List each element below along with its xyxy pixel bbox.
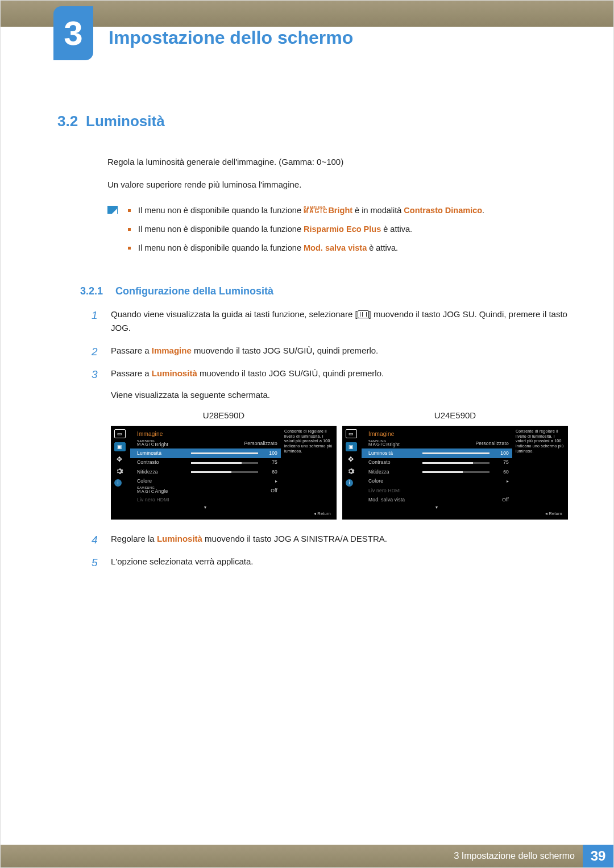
magic-label: SAMSUNGMAGIC [368,440,387,447]
osd-row: Nitidezza60 [130,467,281,477]
osd-screenshot: Immagine ▭ ▣ ✥ i SAMSUNGMAGICBright [111,426,337,520]
osd-menu: SAMSUNGMAGICBright Personalizzato Lumino… [130,439,281,505]
magic-label: SAMSUNGMAGIC [137,440,155,447]
footer-bar: 3 Impostazione dello schermo 39 [1,845,613,867]
note-text: è attiva. [367,243,398,252]
note-item: Il menu non è disponibile quando la funz… [128,223,484,236]
osd-screenshot: Immagine ▭ ▣ ✥ i SAMSUNGMAGICBright [342,426,568,520]
note-term: Risparmio Eco Plus [304,225,381,234]
intro-p1: Regola la luminosità generale dell'immag… [107,155,568,169]
step-item: Passare a Immagine muovendo il tasto JOG… [92,344,568,358]
chapter-title: Impostazione dello schermo [109,23,353,52]
osd-row: Colore▸ [130,477,281,487]
model-label: U28E590D [111,409,337,422]
note-term: Contrasto Dinamico [404,206,482,215]
step-text: Quando viene visualizzata la guida ai ta… [111,309,358,319]
monitor-icon: ▭ [114,429,126,438]
step-term: Luminosità [157,534,202,543]
bright-word: Bright [328,206,352,215]
menu-icon [358,310,369,318]
section-heading: 3.2Luminosità [57,110,568,134]
step-item: L'opzione selezionata verrà applicata. [92,555,568,568]
arrows-icon: ✥ [114,455,125,463]
step-text: Passare a [111,346,152,355]
step-term: Luminosità [152,368,197,378]
osd-menu: SAMSUNGMAGICBright Personalizzato Lumino… [362,439,512,505]
magic-label: SAMSUNGMAGIC [137,487,155,493]
osd-row-selected: Luminosità100 [362,448,512,458]
note-item: Il menu non è disponibile quando la funz… [128,204,484,217]
note-text: è attiva. [381,225,412,234]
section-title: Luminosità [86,113,165,130]
notes-list: Il menu non è disponibile quando la funz… [128,204,484,261]
gear-icon [346,467,356,475]
step-item: Regolare la Luminosità muovendo il tasto… [92,532,568,546]
monitor-icon: ▭ [346,429,357,438]
osd-row: Colore▸ [362,477,512,487]
osd-row: SAMSUNGMAGICBright Personalizzato [362,439,512,449]
footer-text: 3 Impostazione dello schermo [454,849,575,863]
content-area: 3.2Luminosità Regola la luminosità gener… [57,110,568,578]
samsung-magic-label: SAMSUNGMAGIC [304,206,328,214]
magic-word: MAGIC [304,209,328,214]
osd-hint: Consente di regolare il livello di lumin… [284,429,333,454]
steps-list: Quando viene visualizzata la guida ai ta… [92,308,568,568]
screenshot-area: U28E590D U24E590D Immagine ▭ ▣ ✥ i [111,409,568,520]
osd-value: Personalizzato [475,440,509,448]
step-text: muovendo il tasto JOG A SINISTRA/A DESTR… [202,534,387,543]
step-text: L'opzione selezionata verrà applicata. [111,556,254,566]
subsection-heading: 3.2.1Configurazione della Luminosità [80,283,568,300]
section-number: 3.2 [57,110,86,134]
step-extra: Viene visualizzata la seguente schermata… [111,388,568,402]
note-text: Il menu non è disponibile quando la funz… [138,225,304,234]
chevron-right-icon: ▸ [275,478,277,485]
gear-icon [114,467,125,475]
note-text: Il menu non è disponibile quando la funz… [138,243,304,252]
step-text: muovendo il tasto JOG SU/GIÙ, quindi pre… [192,346,378,355]
chevron-right-icon: ▸ [507,478,509,485]
osd-return: ◂ Return [545,510,562,517]
osd-row: Nitidezza60 [362,467,512,477]
subsection-number: 3.2.1 [80,283,115,300]
note-text: Il menu non è disponibile quando la funz… [138,206,304,215]
note-block: Il menu non è disponibile quando la funz… [107,204,568,261]
osd-row: SAMSUNGMAGICBright Personalizzato [130,439,281,449]
subsection-title: Configurazione della Luminosità [115,285,273,297]
step-item: Passare a Luminosità muovendo il tasto J… [92,367,568,520]
note-icon [107,206,118,214]
step-term: Immagine [152,346,192,355]
osd-row-selected: Luminosità100 [130,448,281,458]
osd-sidebar: ▭ ▣ ✥ i [114,429,126,487]
osd-value: Personalizzato [244,440,277,448]
step-text: muovendo il tasto JOG SU/GIÙ, quindi pre… [197,368,384,378]
osd-row-disabled: Liv nero HDMI [362,486,512,496]
intro-p2: Un valore superiore rende più luminosa l… [107,178,568,192]
note-term: Mod. salva vista [304,243,367,252]
picture-icon: ▣ [114,442,126,451]
note-text: è in modalità [352,206,404,215]
info-icon: i [346,479,353,487]
arrows-icon: ✥ [346,455,356,463]
page-number: 39 [583,845,613,867]
step-text: Passare a [111,368,152,378]
osd-return: ◂ Return [314,510,331,517]
osd-hint: Consente di regolare il livello di lumin… [516,429,565,454]
picture-icon: ▣ [346,442,357,451]
osd-row: SAMSUNGMAGICAngleOff [130,486,281,496]
chevron-down-icon: ▾ [435,504,438,512]
step-text: Regolare la [111,534,157,543]
osd-row: Contrasto75 [362,458,512,468]
osd-row: Contrasto75 [130,458,281,468]
manual-page: 3 Impostazione dello schermo 3.2Luminosi… [0,0,614,868]
model-label: U24E590D [342,409,568,422]
info-icon: i [114,479,122,487]
chevron-down-icon: ▾ [204,504,206,512]
osd-sidebar: ▭ ▣ ✥ i [346,429,357,487]
chapter-badge: 3 [53,6,93,60]
step-item: Quando viene visualizzata la guida ai ta… [92,308,568,335]
note-item: Il menu non è disponibile quando la funz… [128,242,484,255]
note-text: . [482,206,484,215]
